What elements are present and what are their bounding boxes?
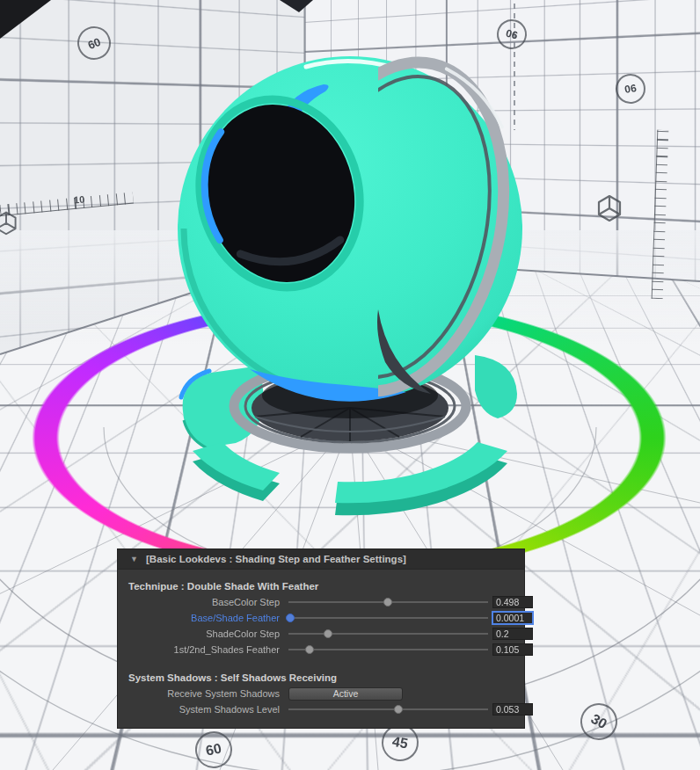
base-shade-feather-value[interactable] xyxy=(492,612,533,624)
foldout-arrow-icon[interactable]: ▼ xyxy=(130,555,141,563)
slider-row-base-shade-feather: Base/Shade Feather xyxy=(118,610,524,626)
slider-track xyxy=(288,708,488,710)
slider-row-basecolor-step: BaseColor Step xyxy=(118,594,524,610)
slider-track xyxy=(288,617,488,619)
viewport-3d[interactable]: 10 60 06 06 60 45 30 xyxy=(0,0,700,770)
basecolor-step-value[interactable] xyxy=(492,596,533,608)
hue-ring xyxy=(26,296,673,579)
base-shade-feather-slider[interactable] xyxy=(288,612,488,624)
slider-label: BaseColor Step xyxy=(128,597,288,607)
slider-track xyxy=(288,633,488,635)
shades-feather-slider[interactable] xyxy=(288,643,488,656)
shadecolor-step-slider[interactable] xyxy=(288,628,488,640)
slider-track xyxy=(288,649,488,650)
shadows-level-row: System Shadows Level xyxy=(118,701,524,717)
slider-handle[interactable] xyxy=(383,598,392,607)
receive-shadows-label: Receive System Shadows xyxy=(128,688,288,699)
slider-handle[interactable] xyxy=(394,705,403,714)
slider-handle[interactable] xyxy=(305,645,314,654)
unity-logo-icon xyxy=(594,193,624,222)
slider-label: 1st/2nd_Shades Feather xyxy=(128,644,288,655)
system-shadows-heading: System Shadows : Self Shadows Receiving xyxy=(118,670,524,686)
technique-heading: Technipue : Double Shade With Feather xyxy=(118,578,524,594)
shadecolor-step-value[interactable] xyxy=(492,628,533,640)
panel-title: [Basic Lookdevs : Shading Step and Feath… xyxy=(146,554,406,564)
slider-handle[interactable] xyxy=(324,629,332,638)
unity-logo-icon xyxy=(0,209,19,236)
receive-shadows-row: Receive System Shadows Active xyxy=(118,686,524,701)
shades-feather-value[interactable] xyxy=(492,643,533,656)
receive-shadows-active-button[interactable]: Active xyxy=(288,687,403,701)
basecolor-step-slider[interactable] xyxy=(288,596,488,608)
slider-label: Base/Shade Feather xyxy=(128,613,288,623)
ruler-number: 10 xyxy=(74,193,85,205)
shadows-level-label: System Shadows Level xyxy=(128,704,288,715)
slider-handle[interactable] xyxy=(286,614,295,622)
shadows-level-value[interactable] xyxy=(492,703,533,716)
slider-row-shades-feather: 1st/2nd_Shades Feather xyxy=(118,642,524,657)
shader-settings-panel: ▼ [Basic Lookdevs : Shading Step and Fea… xyxy=(117,548,525,729)
panel-header[interactable]: ▼ [Basic Lookdevs : Shading Step and Fea… xyxy=(118,549,524,570)
slider-row-shadecolor-step: ShadeColor Step xyxy=(118,626,524,642)
shadows-level-slider[interactable] xyxy=(288,703,488,716)
slider-label: ShadeColor Step xyxy=(128,628,288,639)
